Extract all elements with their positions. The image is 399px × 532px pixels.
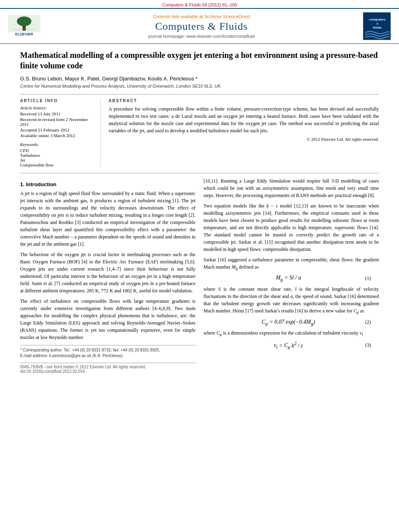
where-keyword: where [204,286,215,292]
equation-1: Mg = Sl / a (1) [212,275,371,282]
cf-journal-logo: computers & fluids [363,12,391,40]
intro-para-1: A jet is a region of high speed fluid fl… [20,190,195,248]
equation-3: νt = Cμ k2 / ε (3) [212,341,371,350]
eq3-content: νt = Cμ k2 / ε [274,341,303,350]
svg-text:ELSEVIER: ELSEVIER [15,32,33,36]
divider-2 [20,173,379,173]
email-note: E-mail address: k.pericleous@gre.ac.uk (… [20,353,195,359]
available-date: Available online 3 March 2012 [20,133,94,138]
eq1-content: Mg = Sl / a [276,275,301,282]
svg-rect-2 [23,26,26,31]
doi-line-2: doi:10.1016/j.compfluid.2012.02.016 [20,369,195,374]
authors-line: G.S. Bruno Lebon, Mayur K. Patel, Georgi… [20,76,379,82]
received-date: Received 13 July 2011 [20,111,94,116]
sciverse-text: Contents lists available at SciVerse Sci… [44,14,359,19]
sciverse-link[interactable]: SciVerse ScienceDirect [204,14,250,19]
body-right-col: [10,11]. Running a Large Eddy Simulation… [204,177,379,374]
keywords-label: Keywords: [20,142,94,147]
journal-reference: Computers & Fluids 59 (2012) 91–100 [162,2,237,7]
equation-2: Cμ = 0.07 exp(−0.4Mg) (2) [212,319,371,327]
eq3-number: (3) [365,342,371,348]
svg-text:fluids: fluids [373,26,382,29]
keyword-1: CFD [20,148,94,153]
elsevier-logo-svg: ELSEVIER [8,15,40,37]
journal-title: Computers & Fluids [44,21,359,33]
footer-bar: 0045-7930/$ - see front matter © 2012 El… [20,363,195,374]
abstract-panel: ABSTRACT A procedure for solving compres… [109,99,379,167]
journal-center: Contents lists available at SciVerse Sci… [44,14,359,39]
right-para-4: where S is the constant mean shear rate,… [204,286,379,315]
doi-line-1: 0045-7930/$ - see front matter © 2012 El… [20,365,195,369]
journal-homepage: journal homepage: www.elsevier.com/locat… [44,34,359,39]
received-revised-date: Received in revised form 2 November 2011 [20,117,94,127]
right-para-1: [10,11]. Running a Large Eddy Simulation… [204,177,379,199]
svg-point-1 [17,16,31,26]
elsevier-logo: ELSEVIER [8,15,40,37]
article-info-label: ARTICLE INFO [20,99,94,103]
affiliation: Centre for Numerical Modelling and Proce… [20,84,379,88]
article-info-panel: ARTICLE INFO Article history: Received 1… [20,99,101,167]
eq1-number: (1) [365,275,371,281]
right-para-5: where Cμ is a dimensionless expression f… [204,329,379,337]
svg-text:&: & [376,22,378,25]
eq2-content: Cμ = 0.07 exp(−0.4Mg) [262,319,315,327]
eq2-number: (2) [365,319,371,325]
body-section: 1. Introduction A jet is a region of hig… [20,177,379,374]
intro-para-2: The behaviour of the oxygen jet is cruci… [20,251,195,294]
journal-header: ELSEVIER Contents lists available at Sci… [0,8,399,44]
svg-text:computers: computers [369,18,386,21]
accepted-date: Accepted 21 February 2012 [20,127,94,132]
divider-1 [20,94,379,94]
corresponding-note: * Corresponding author. Tel.: +44 (0) 20… [20,347,195,353]
article-title: Mathematical modelling of a compressible… [20,50,379,71]
abstract-label: ABSTRACT [109,99,379,103]
history-label: Article history: [20,105,94,110]
keyword-3: Jet [20,158,94,162]
top-reference-bar: Computers & Fluids 59 (2012) 91–100 [0,0,399,8]
right-para-2: Two equation models like the k − ε model… [204,202,379,253]
cf-logo-svg: computers & fluids [363,12,391,40]
keyword-4: Compressible flow [20,162,94,167]
right-para-3: Sarkar [16] suggested a turbulence param… [204,256,379,271]
intro-para-3: The effect of turbulence on compressible… [20,298,195,341]
body-left-col: 1. Introduction A jet is a region of hig… [20,177,195,374]
footnotes: * Corresponding author. Tel.: +44 (0) 20… [20,345,195,359]
abstract-text: A procedure for solving compressible flo… [109,105,379,134]
keywords-section: Keywords: CFD Turbulence Jet Compressibl… [20,142,94,167]
keyword-2: Turbulence [20,153,94,158]
info-abstract-section: ARTICLE INFO Article history: Received 1… [20,99,379,167]
authors-text: G.S. Bruno Lebon, Mayur K. Patel, Georgi… [20,76,197,82]
copyright: © 2012 Elsevier Ltd. All rights reserved… [109,137,379,142]
introduction-heading: 1. Introduction [20,181,195,187]
page-wrapper: Computers & Fluids 59 (2012) 91–100 ELSE… [0,0,399,532]
article-content: Mathematical modelling of a compressible… [0,44,399,382]
